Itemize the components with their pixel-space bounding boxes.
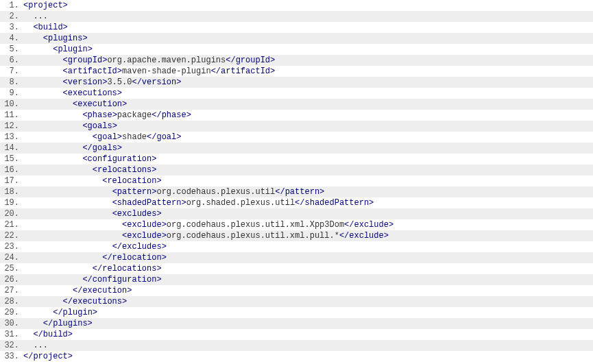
code-line: 28. </executions> xyxy=(0,296,593,307)
xml-text xyxy=(23,209,112,219)
code-line: 16. <relocations> xyxy=(0,165,593,175)
xml-text: org.codehaus.plexus.util.xml.Xpp3Dom xyxy=(167,220,344,230)
line-number: 33. xyxy=(0,351,23,362)
xml-tag: <execution> xyxy=(73,99,127,109)
code-content: <exclude>org.codehaus.plexus.util.xml.Xp… xyxy=(23,219,593,230)
code-line: 13. <goal>shade</goal> xyxy=(0,132,593,143)
xml-text xyxy=(23,187,112,197)
code-content: <pattern>org.codehaus.plexus.util</patte… xyxy=(23,186,593,197)
code-line: 14. </goals> xyxy=(0,143,593,154)
code-line: 24. </relocation> xyxy=(0,252,593,263)
code-line: 27. </execution> xyxy=(0,285,593,296)
line-number: 14. xyxy=(0,143,23,154)
code-line: 20. <excludes> xyxy=(0,208,593,219)
xml-tag: </execution> xyxy=(73,286,132,295)
xml-text: org.apache.maven.plugins xyxy=(107,56,226,65)
xml-text xyxy=(23,23,33,32)
line-number: 24. xyxy=(0,252,23,263)
line-number: 8. xyxy=(0,77,23,88)
code-line: 7. <artifactId>maven-shade-plugin</artif… xyxy=(0,66,593,77)
code-line: 33.</project> xyxy=(0,351,593,362)
xml-text xyxy=(23,286,73,295)
line-number: 31. xyxy=(0,329,23,340)
code-block: 1.<project>2. ...3. <build>4. <plugins>5… xyxy=(0,0,593,362)
xml-tag: </shadedPattern> xyxy=(295,198,374,208)
code-line: 5. <plugin> xyxy=(0,44,593,55)
line-number: 28. xyxy=(0,296,23,307)
code-content: <groupId>org.apache.maven.plugins</group… xyxy=(23,55,593,66)
xml-text: maven-shade-plugin xyxy=(122,66,211,76)
line-number: 9. xyxy=(0,88,23,99)
xml-text xyxy=(23,264,93,274)
xml-tag: </build> xyxy=(33,330,73,339)
xml-text xyxy=(23,220,122,230)
code-content: <goals> xyxy=(23,121,593,132)
line-number: 1. xyxy=(0,0,23,11)
xml-tag: </plugin> xyxy=(53,308,97,317)
line-number: 7. xyxy=(0,66,23,77)
line-number: 17. xyxy=(0,175,23,186)
code-content: <executions> xyxy=(23,88,593,99)
xml-tag: <configuration> xyxy=(82,154,156,164)
xml-text: 3.5.0 xyxy=(107,77,132,87)
code-line: 11. <phase>package</phase> xyxy=(0,110,593,121)
code-content: <relocations> xyxy=(23,165,593,175)
code-content: <version>3.5.0</version> xyxy=(23,77,593,88)
code-line: 17. <relocation> xyxy=(0,175,593,186)
code-content: </execution> xyxy=(23,285,593,296)
code-content: </goals> xyxy=(23,143,593,154)
xml-tag: <relocation> xyxy=(102,176,161,186)
line-number: 32. xyxy=(0,340,23,351)
xml-text: ... xyxy=(23,12,48,21)
xml-text xyxy=(23,242,112,252)
xml-text xyxy=(23,275,82,284)
xml-text xyxy=(23,154,82,164)
xml-tag: <plugins> xyxy=(43,34,88,43)
code-content: </build> xyxy=(23,329,593,340)
code-line: 23. </excludes> xyxy=(0,241,593,252)
line-number: 27. xyxy=(0,285,23,296)
code-content: <excludes> xyxy=(23,208,593,219)
xml-tag: <excludes> xyxy=(112,209,162,219)
line-number: 6. xyxy=(0,55,23,66)
xml-text xyxy=(23,88,63,98)
xml-tag: </relocations> xyxy=(93,264,162,274)
xml-tag: <pattern> xyxy=(112,187,157,197)
xml-tag: <relocations> xyxy=(93,165,157,175)
code-content: </configuration> xyxy=(23,274,593,285)
code-line: 9. <executions> xyxy=(0,88,593,99)
xml-tag: <goal> xyxy=(93,132,122,142)
line-number: 20. xyxy=(0,208,23,219)
line-number: 18. xyxy=(0,186,23,197)
xml-text xyxy=(23,165,93,175)
line-number: 19. xyxy=(0,197,23,208)
code-content: <artifactId>maven-shade-plugin</artifact… xyxy=(23,66,593,77)
code-content: </project> xyxy=(23,351,593,362)
code-line: 10. <execution> xyxy=(0,99,593,110)
line-number: 5. xyxy=(0,44,23,55)
xml-tag: <project> xyxy=(23,1,68,10)
code-content: <project> xyxy=(23,0,593,11)
xml-tag: </goal> xyxy=(147,132,181,142)
xml-text: org.shaded.plexus.util xyxy=(186,198,295,208)
code-line: 21. <exclude>org.codehaus.plexus.util.xm… xyxy=(0,219,593,230)
line-number: 3. xyxy=(0,22,23,33)
xml-text: shade xyxy=(122,132,147,142)
xml-text xyxy=(23,66,63,76)
code-content: </relocation> xyxy=(23,252,593,263)
xml-tag: <exclude> xyxy=(122,231,167,241)
xml-text xyxy=(23,56,63,65)
line-number: 21. xyxy=(0,219,23,230)
line-number: 15. xyxy=(0,154,23,165)
xml-text: org.codehaus.plexus.util xyxy=(156,187,275,197)
xml-tag: <artifactId> xyxy=(63,66,122,76)
xml-text xyxy=(23,297,63,306)
code-content: <configuration> xyxy=(23,154,593,165)
line-number: 11. xyxy=(0,110,23,121)
line-number: 22. xyxy=(0,230,23,241)
line-number: 26. xyxy=(0,274,23,285)
code-line: 19. <shadedPattern>org.shaded.plexus.uti… xyxy=(0,197,593,208)
code-line: 8. <version>3.5.0</version> xyxy=(0,77,593,88)
code-content: </relocations> xyxy=(23,263,593,274)
xml-tag: <groupId> xyxy=(63,56,108,65)
